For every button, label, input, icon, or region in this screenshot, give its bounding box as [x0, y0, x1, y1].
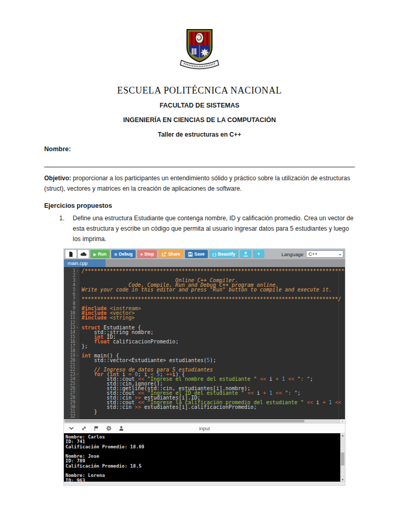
line-number: 1▾	[64, 269, 79, 273]
fold-spacer	[75, 330, 79, 335]
university-crest-logo	[176, 27, 223, 72]
fold-spacer	[75, 287, 79, 292]
faculty-heading: FACULTAD DE SISTEMAS	[0, 102, 399, 109]
scroll-up-arrow[interactable]: ▲	[340, 433, 345, 437]
fold-spacer	[75, 409, 79, 414]
console-line	[65, 469, 339, 473]
code-line: };	[82, 344, 345, 349]
stop-label: Stop	[144, 251, 154, 257]
objective-paragraph: Objetivo: proporcionar a los participant…	[44, 173, 357, 194]
scrollbar-thumb[interactable]	[64, 420, 304, 422]
open-project-button[interactable]	[78, 250, 89, 258]
fold-marker-icon[interactable]: ▾	[75, 372, 79, 377]
online-compiler-screenshot: ▶ Run ⊙ Debug ■ Stop Share Save { } Beau	[63, 248, 345, 486]
console-vertical-scrollbar[interactable]: ▲ ▼	[340, 433, 345, 482]
fold-spacer	[75, 363, 79, 367]
language-value: C++	[309, 251, 317, 257]
code-line	[82, 349, 345, 353]
debug-label: Debug	[119, 251, 132, 257]
exercise-text: Define una estructura Estudiante que con…	[73, 213, 356, 244]
share-icon	[162, 252, 166, 257]
program-heading: INGENIERÍA EN CIENCIAS DE LA COMPUTACIÓN	[0, 116, 399, 124]
stop-button[interactable]: ■ Stop	[137, 250, 157, 258]
tab-main-cpp[interactable]: main.cpp	[64, 259, 105, 267]
line-number: 2	[64, 273, 79, 278]
console-line: Calificación Promedio: 18.5	[65, 464, 339, 469]
print-margin-line	[338, 267, 339, 423]
fold-spacer	[75, 367, 79, 372]
code-line: std::vector<Estudiante> estudiantes(5);	[82, 358, 345, 363]
console-line: ID: 963	[65, 478, 339, 482]
name-underline	[44, 167, 355, 167]
console-output[interactable]: ▲ ▼ Nombre: CarlosID: 741Calificación Pr…	[64, 433, 345, 482]
line-number: 5	[64, 287, 79, 292]
scrollbar-thumb[interactable]	[341, 453, 344, 466]
line-number: 7	[64, 297, 79, 301]
run-button[interactable]: ▶ Run	[90, 250, 110, 258]
console-header: input	[64, 423, 345, 433]
name-label: Nombre:	[44, 145, 71, 153]
console-line: Nombre: Jose	[65, 454, 339, 459]
compiler-toolbar: ▶ Run ⊙ Debug ■ Stop Share Save { } Beau	[64, 249, 345, 259]
save-label: Save	[194, 251, 205, 257]
stop-icon: ■	[140, 252, 142, 256]
scroll-down-arrow[interactable]: ▼	[340, 477, 345, 482]
more-actions-dropdown[interactable]: ▾	[253, 250, 264, 258]
fold-spacer	[75, 278, 79, 283]
fold-spacer	[75, 377, 79, 381]
console-line: Nombre: Carlos	[65, 435, 339, 440]
fold-spacer	[75, 339, 79, 344]
upload-button[interactable]	[240, 250, 251, 258]
console-bottom-scrollbar[interactable]	[64, 482, 345, 485]
beautify-button[interactable]: { } Beautify	[209, 250, 238, 258]
line-number: 4	[64, 283, 79, 287]
code-line: #include <string>	[82, 315, 345, 320]
fold-spacer	[75, 386, 79, 391]
exercise-number: 1.	[59, 213, 73, 244]
editor-tab-bar: main.cpp	[64, 259, 345, 267]
language-group: Language C++ ▾	[282, 250, 343, 258]
fold-spacer	[75, 381, 79, 386]
objective-text: proporcionar a los participantes un ente…	[44, 175, 350, 192]
fold-marker-icon[interactable]: ▾	[75, 353, 79, 358]
fold-spacer	[75, 315, 79, 320]
exercises-heading: Ejercicios propuestos	[44, 202, 112, 209]
editor-horizontal-scrollbar[interactable]: ▸	[64, 419, 345, 423]
editor-gutter: 1▾2345678910111213▾141516171819▾20212223…	[64, 267, 79, 423]
new-file-button[interactable]	[65, 250, 76, 258]
debug-icon: ⊙	[114, 252, 117, 256]
code-line: ****************************************…	[82, 297, 345, 301]
objective-label: Objetivo:	[44, 175, 71, 182]
line-number: 8	[64, 301, 79, 306]
debug-button[interactable]: ⊙ Debug	[111, 250, 136, 258]
fold-spacer	[75, 283, 79, 287]
code-line: }	[82, 409, 345, 414]
fold-spacer	[75, 405, 79, 409]
beautify-label: Beautify	[218, 251, 235, 257]
cloud-icon	[81, 252, 87, 256]
fold-spacer	[75, 273, 79, 278]
code-line: float calificacionPromedio;	[82, 339, 345, 344]
workshop-title: Taller de estructuras en C++	[0, 131, 399, 138]
chevron-down-icon: ▾	[258, 252, 260, 256]
scroll-right-arrow[interactable]: ▸	[340, 419, 345, 423]
save-button[interactable]: Save	[185, 250, 208, 258]
fold-spacer	[75, 335, 79, 339]
file-icon	[69, 251, 73, 257]
run-label: Run	[98, 251, 107, 257]
play-icon: ▶	[94, 252, 96, 256]
language-label: Language	[282, 251, 303, 257]
language-select[interactable]: C++ ▾	[306, 250, 343, 258]
code-editor[interactable]: 1▾2345678910111213▾141516171819▾20212223…	[64, 267, 345, 423]
console-line	[65, 449, 339, 454]
braces-icon: { }	[212, 252, 216, 256]
fold-spacer	[75, 414, 79, 419]
fold-spacer	[75, 311, 79, 315]
share-button[interactable]: Share	[158, 250, 183, 258]
editor-code: /***************************************…	[79, 267, 345, 423]
fold-spacer	[75, 297, 79, 301]
document-page: ESCUELA POLITÉCNICA NACIONAL FACULTAD DE…	[0, 0, 399, 532]
code-line: Write your code in this editor and press…	[82, 287, 345, 292]
fold-marker-icon[interactable]: ▾	[75, 325, 79, 330]
fold-marker-icon[interactable]: ▾	[75, 269, 79, 273]
